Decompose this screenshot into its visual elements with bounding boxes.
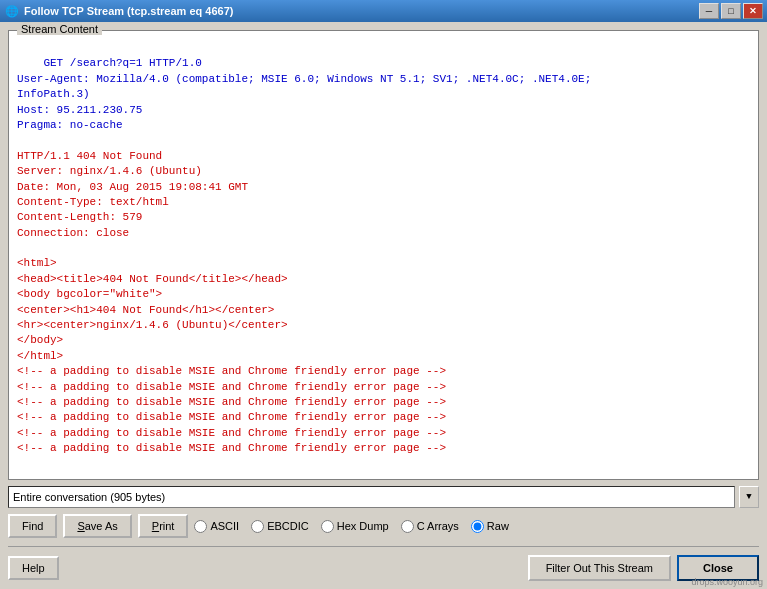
stream-line-red: <html>	[17, 257, 57, 269]
title-bar: 🌐 Follow TCP Stream (tcp.stream eq 4667)…	[0, 0, 767, 22]
stream-line-red: <!-- a padding to disable MSIE and Chrom…	[17, 381, 446, 393]
title-bar-icon: 🌐	[4, 3, 20, 19]
stream-line-red: <!-- a padding to disable MSIE and Chrom…	[17, 427, 446, 439]
main-window: Stream Content GET /search?q=1 HTTP/1.0 …	[0, 22, 767, 589]
stream-line-red: </body>	[17, 334, 63, 346]
radio-label-ascii: ASCII	[210, 520, 239, 532]
radio-input-hexdump[interactable]	[321, 520, 334, 533]
stream-line-red: <!-- a padding to disable MSIE and Chrom…	[17, 442, 446, 454]
stream-line-red: Server: nginx/1.4.6 (Ubuntu)	[17, 165, 202, 177]
find-button[interactable]: Find	[8, 514, 57, 538]
radio-input-ebcdic[interactable]	[251, 520, 264, 533]
group-box-label: Stream Content	[17, 23, 102, 35]
stream-line-blue: InfoPath.3)	[17, 88, 90, 100]
filter-out-button[interactable]: Filter Out This Stream	[528, 555, 671, 581]
radio-input-carrays[interactable]	[401, 520, 414, 533]
help-button[interactable]: Help	[8, 556, 59, 580]
maximize-button[interactable]: □	[721, 3, 741, 19]
radio-label-ebcdic: EBCDIC	[267, 520, 309, 532]
stream-line-blue: User-Agent: Mozilla/4.0 (compatible; MSI…	[17, 73, 591, 85]
radio-ascii[interactable]: ASCII	[194, 520, 239, 533]
print-label: Print	[152, 520, 175, 532]
stream-content-group: Stream Content GET /search?q=1 HTTP/1.0 …	[8, 30, 759, 480]
radio-input-raw[interactable]	[471, 520, 484, 533]
radio-ebcdic[interactable]: EBCDIC	[251, 520, 309, 533]
radio-carrays[interactable]: C Arrays	[401, 520, 459, 533]
stream-line-red: <!-- a padding to disable MSIE and Chrom…	[17, 365, 446, 377]
separator	[8, 546, 759, 547]
dropdown-arrow[interactable]: ▼	[739, 486, 759, 508]
action-button-row: Find Save As Print ASCIIEBCDICHex DumpC …	[8, 514, 759, 538]
close-title-button[interactable]: ✕	[743, 3, 763, 19]
stream-line-red: Connection: close	[17, 227, 129, 239]
conversation-dropdown-row: Entire conversation (905 bytes)Client pa…	[8, 486, 759, 508]
stream-line-blue: Host: 95.211.230.75	[17, 104, 142, 116]
save-as-button[interactable]: Save As	[63, 514, 131, 538]
stream-line-blue: Pragma: no-cache	[17, 119, 123, 131]
print-button[interactable]: Print	[138, 514, 189, 538]
bottom-row: Help Filter Out This Stream Close	[8, 555, 759, 581]
title-bar-buttons: ─ □ ✕	[699, 3, 763, 19]
stream-line-red: <center><h1>404 Not Found</h1></center>	[17, 304, 274, 316]
radio-label-hexdump: Hex Dump	[337, 520, 389, 532]
stream-content-area[interactable]: GET /search?q=1 HTTP/1.0 User-Agent: Moz…	[9, 31, 758, 479]
stream-line-red: <!-- a padding to disable MSIE and Chrom…	[17, 411, 446, 423]
radio-hexdump[interactable]: Hex Dump	[321, 520, 389, 533]
stream-line-red: Content-Type: text/html	[17, 196, 169, 208]
stream-line-red: HTTP/1.1 404 Not Found	[17, 150, 162, 162]
minimize-button[interactable]: ─	[699, 3, 719, 19]
stream-line-blue: GET /search?q=1 HTTP/1.0	[43, 57, 201, 69]
radio-raw[interactable]: Raw	[471, 520, 509, 533]
encoding-radio-group: ASCIIEBCDICHex DumpC ArraysRaw	[194, 520, 759, 533]
radio-label-carrays: C Arrays	[417, 520, 459, 532]
stream-line-red: Content-Length: 579	[17, 211, 142, 223]
stream-line-red: <head><title>404 Not Found</title></head…	[17, 273, 288, 285]
watermark: drops.wooyun.org	[691, 577, 763, 587]
stream-line-red: </html>	[17, 350, 63, 362]
radio-label-raw: Raw	[487, 520, 509, 532]
stream-line-red: <body bgcolor="white">	[17, 288, 162, 300]
stream-line-red: <!-- a padding to disable MSIE and Chrom…	[17, 396, 446, 408]
conversation-select[interactable]: Entire conversation (905 bytes)Client pa…	[8, 486, 735, 508]
title-bar-text: Follow TCP Stream (tcp.stream eq 4667)	[24, 5, 699, 17]
save-as-label: Save As	[77, 520, 117, 532]
stream-line-red: Date: Mon, 03 Aug 2015 19:08:41 GMT	[17, 181, 248, 193]
radio-input-ascii[interactable]	[194, 520, 207, 533]
stream-line-red: <hr><center>nginx/1.4.6 (Ubuntu)</center…	[17, 319, 288, 331]
